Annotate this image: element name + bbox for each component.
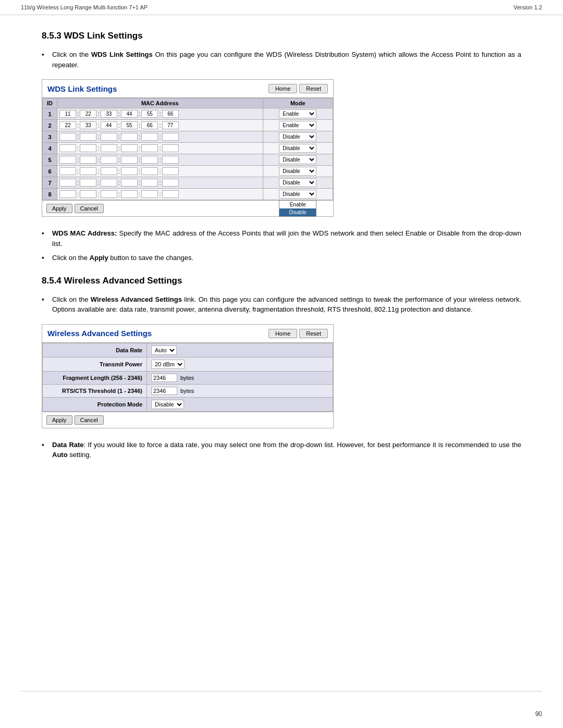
mac-octet-input[interactable] — [121, 190, 138, 198]
wds-row-mode: EnableDisable — [263, 131, 333, 143]
mac-octet-input[interactable] — [141, 144, 158, 152]
mac-separator: : — [159, 110, 161, 118]
section-was: 8.5.4 Wireless Advanced Settings Click o… — [42, 276, 521, 460]
mac-octet-input[interactable] — [162, 167, 179, 175]
wds-col-mac: MAC Address — [57, 98, 263, 108]
mac-octet-input[interactable] — [80, 156, 96, 164]
mac-octet-input[interactable] — [121, 121, 138, 129]
was-section-title: 8.5.4 Wireless Advanced Settings — [42, 276, 521, 286]
wds-row-mode: EnableDisable — [263, 143, 333, 154]
was-unit-label: bytes — [180, 375, 194, 381]
mac-octet-input[interactable] — [162, 121, 179, 129]
mac-octet-input[interactable] — [101, 110, 117, 118]
mac-octet-input[interactable] — [59, 167, 76, 175]
mac-octet-input[interactable] — [141, 167, 158, 175]
was-reset-button[interactable]: Reset — [299, 329, 328, 338]
mac-octet-input[interactable] — [121, 156, 138, 164]
wds-col-mode: Mode — [263, 98, 333, 108]
was-select-field[interactable]: Auto — [151, 346, 177, 355]
mac-octet-input[interactable] — [80, 133, 96, 141]
was-cancel-button[interactable]: Cancel — [75, 415, 104, 425]
wds-row-mode: EnableDisable — [263, 166, 333, 177]
mac-octet-input[interactable] — [162, 190, 179, 198]
was-bullets: Click on the Wireless Advanced Settings … — [42, 294, 521, 315]
dropdown-option[interactable]: Disable — [279, 208, 316, 216]
mac-separator: : — [118, 179, 120, 187]
mac-octet-input[interactable] — [59, 156, 76, 164]
mac-octet-input[interactable] — [101, 179, 117, 187]
mac-separator: : — [77, 122, 79, 129]
header-right: Version 1.2 — [513, 4, 542, 10]
mac-octet-input[interactable] — [80, 110, 96, 118]
mac-separator: : — [97, 168, 99, 175]
wds-row-id: 5 — [43, 154, 57, 166]
mode-select[interactable]: EnableDisable — [279, 167, 316, 176]
mac-octet-input[interactable] — [162, 144, 179, 152]
mac-octet-input[interactable] — [121, 179, 138, 187]
mac-octet-input[interactable] — [59, 110, 76, 118]
mac-octet-input[interactable] — [59, 179, 76, 187]
mac-octet-input[interactable] — [162, 179, 179, 187]
mac-octet-input[interactable] — [101, 121, 117, 129]
mac-octet-input[interactable] — [162, 133, 179, 141]
mac-octet-input[interactable] — [80, 190, 96, 198]
mode-dropdown-popup: EnableDisable — [279, 200, 316, 217]
wds-row-mode: EnableDisable — [263, 154, 333, 166]
was-row-value: 20 dBm — [147, 357, 333, 371]
mode-select[interactable]: EnableDisable — [279, 121, 316, 130]
mac-octet-input[interactable] — [101, 190, 117, 198]
mode-select[interactable]: EnableDisable — [279, 190, 316, 199]
wds-apply-button[interactable]: Apply — [46, 204, 72, 213]
mac-octet-input[interactable] — [121, 167, 138, 175]
mac-separator: : — [159, 179, 161, 187]
header-left: 11b/g Wireless Long Range Multi-function… — [21, 4, 148, 10]
was-input-field[interactable] — [151, 387, 177, 395]
mac-octet-input[interactable] — [59, 121, 76, 129]
mac-octet-input[interactable] — [141, 133, 158, 141]
mac-octet-input[interactable] — [162, 156, 179, 164]
mac-octet-input[interactable] — [141, 121, 158, 129]
was-apply-button[interactable]: Apply — [46, 415, 72, 425]
wds-bullet3-bold: Apply — [90, 254, 108, 262]
was-bullet2-text2: setting. — [68, 451, 92, 459]
wds-bullet2-text: Specify the MAC address of the Access Po… — [52, 229, 521, 248]
wds-reset-button[interactable]: Reset — [299, 84, 328, 93]
mac-octet-input[interactable] — [101, 156, 117, 164]
mac-octet-input[interactable] — [59, 133, 76, 141]
mac-octet-input[interactable] — [101, 144, 117, 152]
mac-separator: : — [118, 133, 120, 141]
was-home-button[interactable]: Home — [268, 329, 297, 338]
mac-separator: : — [139, 145, 140, 152]
mode-select[interactable]: EnableDisable — [279, 155, 316, 164]
mac-octet-input[interactable] — [162, 110, 179, 118]
mac-octet-input[interactable] — [121, 144, 138, 152]
mac-octet-input[interactable] — [141, 156, 158, 164]
wds-row-id: 2 — [43, 120, 57, 131]
mac-octet-input[interactable] — [80, 167, 96, 175]
mac-octet-input[interactable] — [80, 179, 96, 187]
mac-octet-input[interactable] — [121, 133, 138, 141]
wds-cancel-button[interactable]: Cancel — [75, 204, 104, 213]
wds-row-mac: ::::: — [57, 131, 263, 143]
mode-select[interactable]: EnableDisable — [279, 178, 316, 187]
mac-octet-input[interactable] — [141, 110, 158, 118]
mode-select[interactable]: EnableDisable — [279, 132, 316, 141]
mode-select[interactable]: EnableDisable — [279, 144, 316, 153]
was-bullet2-text: : If you would like to force a data rate… — [84, 441, 521, 449]
wds-home-button[interactable]: Home — [268, 84, 297, 93]
mac-octet-input[interactable] — [101, 133, 117, 141]
wds-bullet3-text: button to save the changes. — [108, 254, 193, 262]
mac-octet-input[interactable] — [80, 144, 96, 152]
was-select-field[interactable]: 20 dBm — [151, 360, 185, 369]
mac-octet-input[interactable] — [59, 190, 76, 198]
mac-octet-input[interactable] — [121, 110, 138, 118]
mac-octet-input[interactable] — [141, 190, 158, 198]
was-select-field[interactable]: Disable — [151, 400, 184, 409]
dropdown-option[interactable]: Enable — [279, 201, 316, 208]
was-input-field[interactable] — [151, 374, 177, 382]
mac-octet-input[interactable] — [101, 167, 117, 175]
mac-octet-input[interactable] — [80, 121, 96, 129]
mode-select[interactable]: EnableDisable — [279, 109, 316, 118]
mac-octet-input[interactable] — [59, 144, 76, 152]
mac-octet-input[interactable] — [141, 179, 158, 187]
